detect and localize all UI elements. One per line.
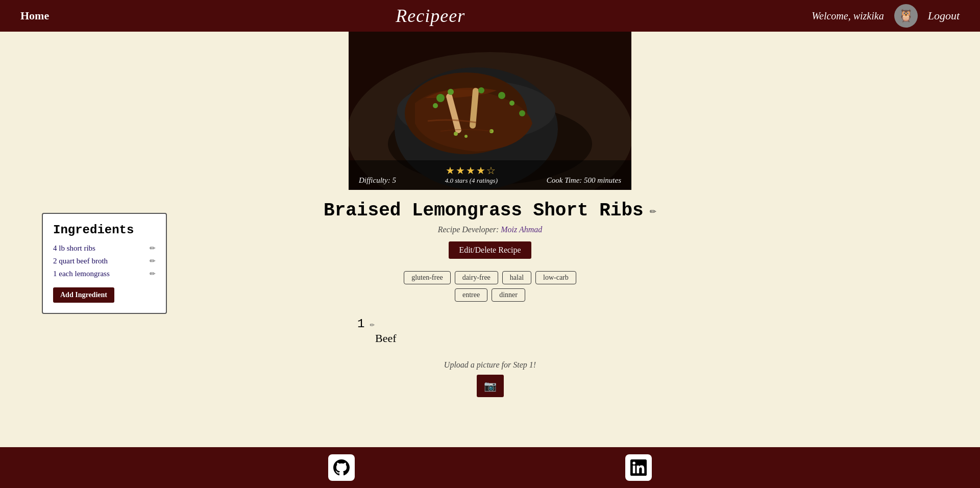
- upload-section: Upload a picture for Step 1! 📷: [444, 360, 536, 397]
- rating-section: ★★★★☆ 4.0 stars (4 ratings): [445, 164, 498, 185]
- footer: [0, 447, 980, 488]
- difficulty-text: Difficulty: 5: [359, 176, 396, 185]
- welcome-text: Welcome, wizkika: [812, 10, 884, 22]
- edit-ingredient-1-icon[interactable]: ✏: [150, 244, 156, 253]
- edit-ingredient-2-icon[interactable]: ✏: [150, 257, 156, 265]
- svg-point-13: [433, 103, 438, 108]
- stars-display: ★★★★☆: [446, 164, 497, 177]
- tags-container: gluten-free dairy-free halal low-carb en…: [388, 271, 592, 302]
- svg-point-14: [519, 110, 525, 116]
- tag-dinner: dinner: [492, 288, 525, 302]
- ingredient-text-3: 1 each lemongrass: [53, 270, 110, 278]
- ingredient-item-2: 2 quart beef broth ✏: [53, 257, 156, 265]
- step-description: Beef: [375, 332, 397, 345]
- svg-point-16: [464, 135, 468, 138]
- recipe-image-overlay: Difficulty: 5 ★★★★☆ 4.0 stars (4 ratings…: [349, 160, 631, 190]
- developer-name[interactable]: Moiz Ahmad: [501, 225, 542, 234]
- header-right: Welcome, wizkika 🦉 Logout: [812, 4, 960, 28]
- tag-entree: entree: [455, 288, 487, 302]
- site-logo: Recipeer: [396, 5, 465, 27]
- svg-point-12: [478, 87, 484, 93]
- logout-link[interactable]: Logout: [928, 9, 960, 22]
- step-number: 1: [357, 317, 364, 331]
- step-content: Beef: [375, 332, 684, 345]
- step-header: 1 ✏: [357, 317, 684, 331]
- ingredient-item-3: 1 each lemongrass ✏: [53, 270, 156, 278]
- ingredient-text-1: 4 lb short ribs: [53, 244, 95, 253]
- svg-point-11: [509, 101, 514, 106]
- edit-title-icon[interactable]: ✏: [650, 204, 656, 217]
- ingredient-text-2: 2 quart beef broth: [53, 257, 108, 265]
- home-link[interactable]: Home: [20, 9, 49, 22]
- rating-text: 4.0 stars (4 ratings): [445, 177, 498, 185]
- recipe-developer: Recipe Developer: Moiz Ahmad: [438, 225, 543, 234]
- ingredients-title: Ingredients: [53, 223, 156, 237]
- camera-icon: 📷: [484, 380, 497, 392]
- edit-step-icon[interactable]: ✏: [370, 319, 375, 329]
- tag-gluten-free: gluten-free: [404, 271, 450, 284]
- svg-point-10: [498, 92, 505, 99]
- recipe-title-container: Braised Lemongrass Short Ribs ✏: [324, 200, 656, 221]
- tag-low-carb: low-carb: [535, 271, 576, 284]
- step-section: 1 ✏ Beef: [296, 317, 684, 345]
- upload-button[interactable]: 📷: [477, 375, 504, 397]
- recipe-image-container: Difficulty: 5 ★★★★☆ 4.0 stars (4 ratings…: [349, 32, 631, 190]
- tag-halal: halal: [502, 271, 531, 284]
- main-content: Difficulty: 5 ★★★★☆ 4.0 stars (4 ratings…: [0, 32, 980, 447]
- linkedin-icon[interactable]: [625, 454, 652, 481]
- cook-time-text: Cook Time: 500 minutes: [547, 176, 621, 185]
- header: Home Recipeer Welcome, wizkika 🦉 Logout: [0, 0, 980, 32]
- tag-dairy-free: dairy-free: [455, 271, 498, 284]
- svg-point-15: [454, 132, 458, 136]
- ingredients-sidebar: Ingredients 4 lb short ribs ✏ 2 quart be…: [42, 213, 167, 314]
- edit-ingredient-3-icon[interactable]: ✏: [150, 270, 156, 278]
- upload-label: Upload a picture for Step 1!: [444, 360, 536, 370]
- github-icon[interactable]: [328, 454, 355, 481]
- avatar[interactable]: 🦉: [894, 4, 918, 28]
- avatar-emoji: 🦉: [898, 9, 914, 23]
- svg-point-8: [436, 94, 445, 102]
- add-ingredient-button[interactable]: Add Ingredient: [53, 287, 114, 303]
- developer-label: Recipe Developer:: [438, 225, 499, 234]
- svg-point-9: [448, 89, 454, 95]
- recipe-title: Braised Lemongrass Short Ribs: [324, 200, 644, 221]
- edit-delete-button[interactable]: Edit/Delete Recipe: [449, 241, 531, 259]
- ingredient-item-1: 4 lb short ribs ✏: [53, 244, 156, 253]
